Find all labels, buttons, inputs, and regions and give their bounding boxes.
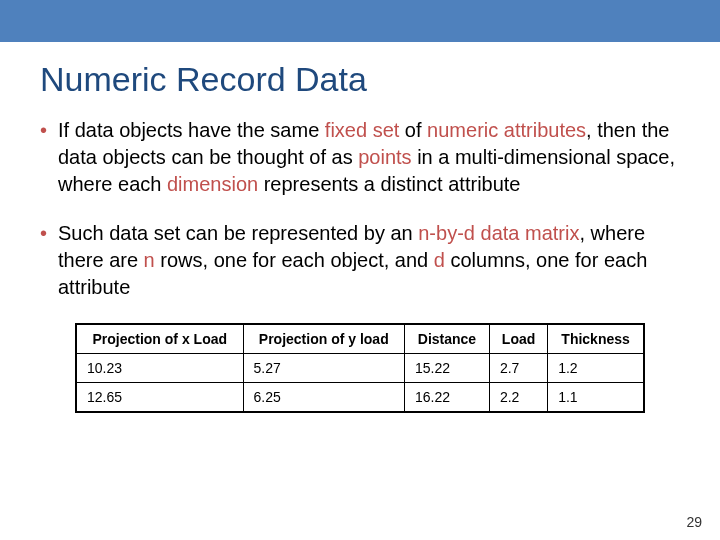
text: Such data set can be represented by an — [58, 222, 418, 244]
table-header: Distance — [405, 324, 490, 354]
highlight: points — [358, 146, 411, 168]
highlight: numeric attributes — [427, 119, 586, 141]
highlight: n-by-d — [418, 222, 475, 244]
bullet-item: Such data set can be represented by an n… — [40, 220, 680, 301]
text: If data objects have the same — [58, 119, 325, 141]
slide-body: Numeric Record Data If data objects have… — [0, 42, 720, 413]
header-band — [0, 0, 720, 42]
table-header: Projection of x Load — [76, 324, 243, 354]
table-cell: 1.2 — [548, 354, 644, 383]
table-row: 12.65 6.25 16.22 2.2 1.1 — [76, 383, 644, 413]
page-number: 29 — [686, 514, 702, 530]
highlight: data matrix — [481, 222, 580, 244]
table-header-row: Projection of x Load Projection of y loa… — [76, 324, 644, 354]
table-cell: 16.22 — [405, 383, 490, 413]
highlight: d — [434, 249, 445, 271]
table-cell: 10.23 — [76, 354, 243, 383]
table-cell: 12.65 — [76, 383, 243, 413]
table-cell: 2.7 — [489, 354, 547, 383]
text: rows, one for each object, and — [155, 249, 434, 271]
slide-title: Numeric Record Data — [40, 60, 680, 99]
table-header: Thickness — [548, 324, 644, 354]
table-header: Load — [489, 324, 547, 354]
table-row: 10.23 5.27 15.22 2.7 1.2 — [76, 354, 644, 383]
table-header: Projection of y load — [243, 324, 404, 354]
highlight: fixed set — [325, 119, 399, 141]
highlight: dimension — [167, 173, 258, 195]
table-cell: 2.2 — [489, 383, 547, 413]
table-cell: 6.25 — [243, 383, 404, 413]
table-cell: 15.22 — [405, 354, 490, 383]
text: of — [399, 119, 427, 141]
table-cell: 1.1 — [548, 383, 644, 413]
data-matrix-table: Projection of x Load Projection of y loa… — [75, 323, 645, 413]
highlight: n — [144, 249, 155, 271]
text: represents a distinct attribute — [258, 173, 520, 195]
bullet-list: If data objects have the same fixed set … — [40, 117, 680, 301]
table-cell: 5.27 — [243, 354, 404, 383]
bullet-item: If data objects have the same fixed set … — [40, 117, 680, 198]
